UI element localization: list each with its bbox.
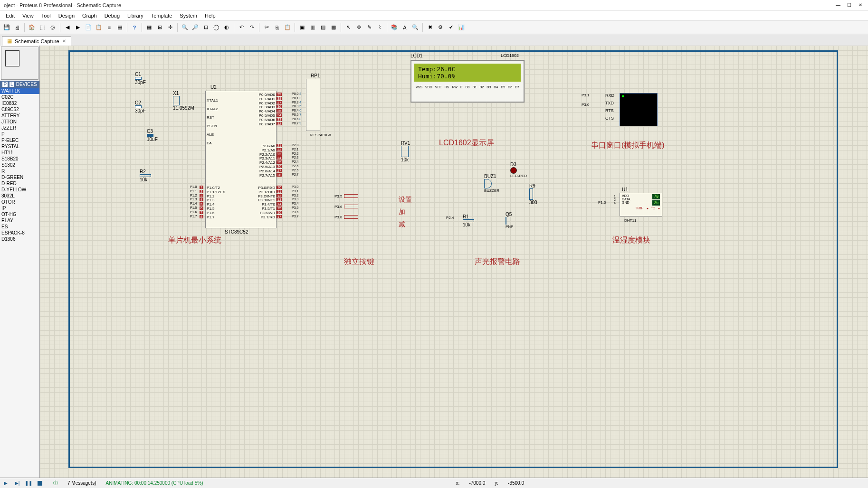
devices-header: P L DEVICES — [0, 81, 39, 88]
pick-icon[interactable]: ↖ — [343, 23, 353, 32]
u1-ref: U1 — [622, 187, 628, 192]
c1-val: 30pF — [135, 80, 146, 85]
block4-icon[interactable]: ▩ — [329, 23, 338, 32]
cut-icon[interactable]: ✂ — [262, 23, 271, 32]
zoom-sel-icon[interactable]: ◐ — [222, 23, 231, 32]
device-item[interactable]: 3032L — [0, 193, 39, 199]
device-item[interactable]: D-RED — [0, 180, 39, 187]
lcd1[interactable]: Temp:26.0C Humi:70.0% VSSVDDVEERSRWED0D1… — [410, 60, 525, 103]
menu-graph[interactable]: Graph — [78, 12, 101, 19]
device-item[interactable]: JTTON — [0, 119, 39, 125]
print-icon[interactable]: 🖨 — [12, 23, 22, 32]
lcd-line1: Temp:26.0C — [418, 66, 517, 73]
c3-val: 10uF — [147, 137, 158, 142]
device-item[interactable]: JZZER — [0, 125, 39, 131]
section-dht-title: 温湿度模块 — [612, 235, 650, 245]
device-item[interactable]: OT-HG — [0, 211, 39, 217]
device-item[interactable]: ELAY — [0, 217, 39, 224]
move-icon[interactable]: ✥ — [354, 23, 363, 32]
device-item[interactable]: ES — [0, 224, 39, 230]
dht11[interactable]: VDD DATA GND 70 26 %RH●°C● — [620, 193, 662, 216]
text-icon[interactable]: A — [400, 23, 410, 32]
zoom-all-icon[interactable]: ◯ — [211, 23, 221, 32]
grid-icon[interactable]: ▦ — [144, 23, 154, 32]
rp1[interactable] — [306, 79, 320, 131]
grid2-icon[interactable]: ⊞ — [155, 23, 164, 32]
menu-library[interactable]: Library — [124, 12, 147, 19]
report-icon[interactable]: ▤ — [115, 23, 124, 32]
crosshair-icon[interactable]: ✛ — [165, 23, 175, 32]
tab-schematic[interactable]: ▦ Schematic Capture ✕ — [2, 36, 71, 46]
close-button[interactable]: ✕ — [858, 2, 864, 8]
search-icon[interactable]: 🔍 — [410, 23, 420, 32]
zoom-out-icon[interactable]: 🔎 — [191, 23, 200, 32]
check-icon[interactable]: ✔ — [446, 23, 456, 32]
save-icon[interactable]: 💾 — [2, 23, 11, 32]
device-item[interactable]: RYSTAL — [0, 143, 39, 150]
prop-icon[interactable]: ⚙ — [436, 23, 445, 32]
device-list[interactable]: WATT1K C02C IC0832 C89C52 ATTERY JTTON J… — [0, 88, 39, 478]
device-item[interactable]: IC0832 — [0, 100, 39, 106]
device-item[interactable]: C02C — [0, 94, 39, 100]
minimize-button[interactable]: — — [836, 2, 841, 8]
device-item[interactable]: D-GREEN — [0, 174, 39, 180]
device-item[interactable]: ATTERY — [0, 113, 39, 119]
overview-panel[interactable] — [1, 47, 38, 80]
stop-button[interactable] — [36, 479, 44, 487]
step-button[interactable]: ▶| — [13, 479, 21, 487]
zoom-in-icon[interactable]: 🔍 — [180, 23, 190, 32]
redo-icon[interactable]: ↷ — [247, 23, 257, 32]
list-icon[interactable]: ≡ — [105, 23, 114, 32]
undo-icon[interactable]: ↶ — [237, 23, 246, 32]
part-icon[interactable]: ◎ — [48, 23, 57, 32]
block3-icon[interactable]: ▨ — [318, 23, 328, 32]
device-item[interactable]: OTOR — [0, 199, 39, 205]
schematic-canvas[interactable]: C1 30pF C2 30pF X1 11.0592M C3 10uF R2 — [40, 46, 868, 478]
device-item[interactable]: HT11 — [0, 150, 39, 156]
status-messages[interactable]: 7 Message(s) — [67, 480, 96, 486]
menu-view[interactable]: View — [19, 12, 38, 19]
bom-icon[interactable]: 📊 — [457, 23, 466, 32]
buz-ref: BUZ1 — [484, 174, 499, 179]
block-icon[interactable]: ▣ — [297, 23, 307, 32]
led-red-icon — [510, 167, 517, 174]
tool2-icon[interactable]: ▶ — [73, 23, 83, 32]
edit-icon[interactable]: ✎ — [364, 23, 374, 32]
del-icon[interactable]: ✖ — [425, 23, 435, 32]
device-item[interactable]: WATT1K — [0, 88, 39, 94]
component-icon[interactable]: ⬚ — [38, 23, 47, 32]
paste-icon[interactable]: 📋 — [283, 23, 292, 32]
device-item[interactable]: ESPACK-8 — [0, 230, 39, 236]
menu-debug[interactable]: Debug — [101, 12, 124, 19]
device-item[interactable]: P — [0, 131, 39, 137]
device-item[interactable]: C89C52 — [0, 106, 39, 113]
home-icon[interactable]: 🏠 — [27, 23, 37, 32]
doc-icon[interactable]: 📄 — [84, 23, 93, 32]
device-item[interactable]: S1302 — [0, 162, 39, 168]
zoom-fit-icon[interactable]: ⊡ — [201, 23, 210, 32]
device-item[interactable]: R — [0, 168, 39, 174]
u2-chip[interactable]: U2 STC89C52 XTAL1XTAL2RSTPSENALEEA P0.0/… — [205, 91, 277, 228]
play-button[interactable]: ▶ — [2, 479, 10, 487]
lib-icon[interactable]: 📚 — [390, 23, 399, 32]
close-icon[interactable]: ✕ — [62, 38, 66, 44]
help-icon[interactable]: ? — [130, 23, 139, 32]
menu-help[interactable]: Help — [201, 12, 219, 19]
menu-tool[interactable]: Tool — [38, 12, 55, 19]
block2-icon[interactable]: ▥ — [308, 23, 317, 32]
menu-system[interactable]: System — [176, 12, 201, 19]
device-item[interactable]: IP — [0, 205, 39, 211]
maximize-button[interactable]: ☐ — [847, 2, 853, 8]
menu-template[interactable]: Template — [147, 12, 176, 19]
device-item[interactable]: S18B20 — [0, 156, 39, 162]
device-item[interactable]: P-ELEC — [0, 137, 39, 143]
wire-icon[interactable]: ⌇ — [375, 23, 384, 32]
doc2-icon[interactable]: 📋 — [94, 23, 104, 32]
copy-icon[interactable]: ⎘ — [272, 23, 282, 32]
device-item[interactable]: D-YELLOW — [0, 187, 39, 193]
menu-edit[interactable]: Edit — [2, 12, 19, 19]
menu-design[interactable]: Design — [55, 12, 78, 19]
device-item[interactable]: D1306 — [0, 236, 39, 242]
pause-button[interactable]: ❚❚ — [25, 479, 32, 487]
tool-icon[interactable]: ◀ — [63, 23, 72, 32]
